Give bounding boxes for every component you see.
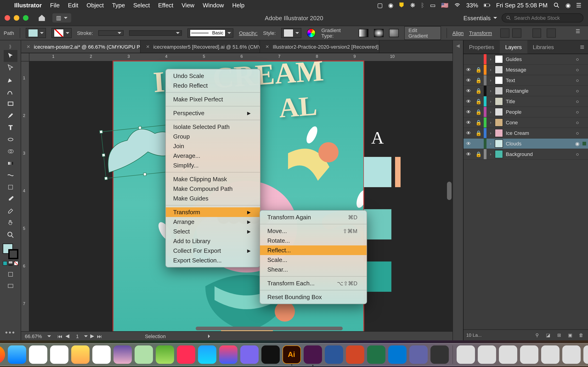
dock-folder[interactable]: [541, 345, 559, 364]
target-indicator[interactable]: ◉: [572, 141, 582, 147]
vertical-ruler[interactable]: 1 2 3 4 5 6 7 8: [21, 61, 29, 331]
ctx-perspective[interactable]: Perspective▶: [166, 108, 260, 118]
input-flag-icon[interactable]: 🇺🇸: [438, 2, 451, 8]
ctx-undo[interactable]: Undo Scale: [166, 71, 260, 81]
disclosure-triangle[interactable]: ›: [486, 67, 495, 72]
dock-notes[interactable]: [71, 345, 89, 364]
shield-icon[interactable]: ⛊: [396, 2, 407, 8]
snap-options-button[interactable]: [547, 28, 556, 38]
close-tab-icon[interactable]: ×: [146, 43, 149, 50]
vertical-scrollbar-thumb[interactable]: [447, 182, 451, 200]
rectangle-tool[interactable]: [3, 98, 17, 110]
new-sublayer-button[interactable]: ⊞: [555, 331, 563, 339]
dock-slack[interactable]: [303, 345, 322, 364]
recolor-artwork-button[interactable]: [307, 28, 316, 38]
ctx-simplify[interactable]: Simplify...: [166, 161, 260, 170]
airplay-icon[interactable]: ▭: [427, 2, 438, 8]
layer-row[interactable]: 👁🔒›Text○: [464, 75, 588, 86]
disclosure-triangle[interactable]: ›: [486, 152, 495, 156]
dock-terminal[interactable]: [430, 345, 449, 364]
layer-name[interactable]: Cone: [506, 120, 572, 125]
document-tab-2[interactable]: ×icecreamposter5 [Recovered].ai @ 51.6% …: [141, 40, 260, 53]
new-layer-button[interactable]: ▣: [566, 331, 574, 339]
document-tab-3[interactable]: ×Illustrator2-Practice-2020-version2 [Re…: [260, 40, 380, 53]
eraser-tool[interactable]: [3, 205, 17, 217]
group-select-button[interactable]: [512, 28, 521, 38]
edit-toolbar-button[interactable]: •••: [1, 325, 19, 340]
visibility-toggle[interactable]: 👁: [464, 130, 474, 136]
dock-folder[interactable]: [583, 345, 588, 364]
target-indicator[interactable]: ○: [572, 56, 582, 62]
dock-safari[interactable]: [8, 345, 26, 364]
dock-outlook[interactable]: [388, 345, 406, 364]
color-mode-buttons[interactable]: [2, 261, 18, 266]
layer-row[interactable]: 👁›Clouds◉: [464, 139, 588, 149]
direct-selection-tool[interactable]: [3, 62, 17, 74]
target-indicator[interactable]: ○: [572, 109, 582, 115]
isolate-button[interactable]: [500, 28, 510, 38]
dock-numbers[interactable]: [134, 345, 153, 364]
visibility-toggle[interactable]: 👁: [464, 88, 474, 94]
facetime-icon[interactable]: ▢: [374, 2, 385, 8]
disclosure-triangle[interactable]: ›: [486, 120, 495, 125]
dock-folder[interactable]: [520, 345, 538, 364]
dock-news[interactable]: [177, 345, 195, 364]
sub-transform-each[interactable]: Transform Each...⌥⇧⌘D: [260, 278, 367, 288]
close-tab-icon[interactable]: ×: [266, 43, 269, 50]
document-tab-1[interactable]: ×icecream-poster2.ai* @ 66.67% (CMYK/GPU…: [21, 40, 141, 53]
curvature-tool[interactable]: [3, 86, 17, 98]
dock-teams[interactable]: [409, 345, 427, 364]
arrange-documents-button[interactable]: ▥: [52, 13, 71, 23]
layer-row[interactable]: 👁🔒›Message○: [464, 65, 588, 75]
sub-transform-again[interactable]: Transform Again⌘D: [260, 212, 367, 222]
dock-word[interactable]: [325, 345, 343, 364]
layer-name[interactable]: Ice Cream: [506, 130, 572, 136]
draw-mode-button[interactable]: [3, 268, 17, 280]
wifi-icon[interactable]: [451, 1, 464, 9]
eyedropper-tool[interactable]: [3, 193, 17, 205]
panel-menu-icon[interactable]: ≡: [576, 40, 588, 54]
target-indicator[interactable]: ○: [572, 120, 582, 125]
layer-name[interactable]: Message: [506, 67, 572, 73]
ctx-collect-export[interactable]: Collect For Export▶: [166, 246, 260, 256]
pen-tool[interactable]: [3, 74, 17, 86]
layer-name[interactable]: Rectangle: [506, 88, 572, 94]
target-indicator[interactable]: ○: [572, 130, 582, 136]
dock-calendar[interactable]: [29, 345, 47, 364]
layer-row[interactable]: 👁🔒›Ice Cream○: [464, 128, 588, 139]
shape-builder-tool[interactable]: [3, 145, 17, 157]
stroke-swatch[interactable]: [51, 28, 71, 38]
sub-rotate[interactable]: Rotate...: [260, 236, 367, 245]
ctx-arrange[interactable]: Arrange▶: [166, 217, 260, 227]
menu-effect[interactable]: Effect: [154, 2, 177, 8]
ctx-export-selection[interactable]: Export Selection...: [166, 256, 260, 265]
visibility-toggle[interactable]: 👁: [464, 109, 474, 115]
canvas[interactable]: 1 2 3 4 5 6 7 8 9 10 1 2 3 4 5: [21, 53, 452, 331]
disclosure-triangle[interactable]: ›: [486, 141, 495, 146]
fill-swatch[interactable]: [26, 28, 46, 38]
align-label[interactable]: Align: [452, 30, 464, 36]
visibility-toggle[interactable]: 👁: [464, 99, 474, 104]
linear-gradient-button[interactable]: [359, 29, 368, 37]
menu-window[interactable]: Window: [199, 2, 228, 8]
ctx-clipping-mask[interactable]: Make Clipping Mask: [166, 174, 260, 184]
workspace-switcher[interactable]: Essentials: [464, 15, 497, 21]
lock-toggle[interactable]: 🔒: [474, 67, 484, 73]
transform-label[interactable]: Transform: [469, 30, 492, 36]
panel-tab-libraries[interactable]: Libraries: [527, 40, 559, 54]
dock-folder[interactable]: [456, 345, 475, 364]
lock-toggle[interactable]: 🔒: [474, 88, 484, 94]
dock-firefox[interactable]: [0, 345, 5, 364]
menu-help[interactable]: Help: [228, 2, 249, 8]
sub-reset-bbox[interactable]: Reset Bounding Box: [260, 292, 367, 302]
layer-row[interactable]: 👁🔒›Rectangle○: [464, 86, 588, 96]
home-icon[interactable]: [38, 14, 46, 22]
battery-icon[interactable]: [481, 1, 493, 9]
dock-music[interactable]: [219, 345, 237, 364]
visibility-toggle[interactable]: 👁: [464, 151, 474, 157]
dock-app2[interactable]: [240, 345, 258, 364]
ctx-compound-path[interactable]: Make Compound Path: [166, 184, 260, 194]
close-window-button[interactable]: [5, 15, 10, 21]
first-artboard-button[interactable]: ⏮: [57, 333, 63, 339]
target-indicator[interactable]: ○: [572, 88, 582, 94]
